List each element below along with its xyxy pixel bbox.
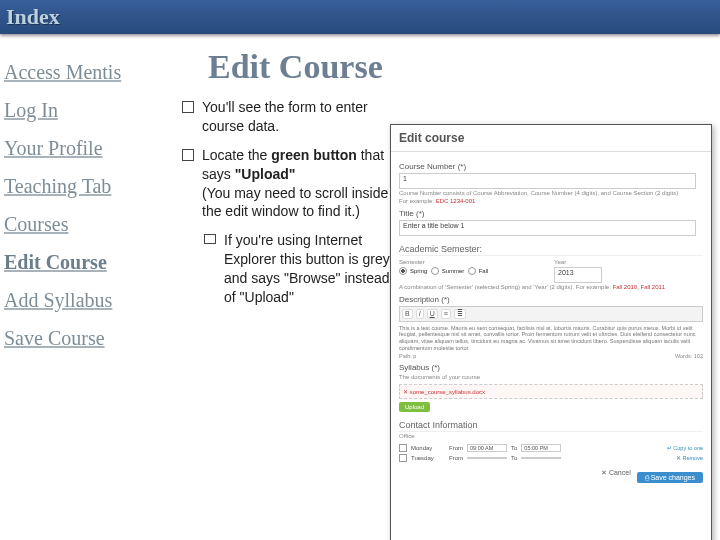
ss-course-number-label: Course Number (*) xyxy=(399,162,703,171)
toolbar-italic-icon[interactable]: I xyxy=(416,309,424,319)
bullet-box-icon xyxy=(204,234,216,244)
save-changes-button[interactable]: ⎙ Save changes xyxy=(637,472,703,483)
ss-year-input[interactable]: 2013 xyxy=(554,267,602,283)
topbar-title: Index xyxy=(6,4,60,30)
ss-title-input[interactable]: Enter a title below 1 xyxy=(399,220,696,236)
radio-icon[interactable] xyxy=(399,267,407,275)
ss-title: Edit course xyxy=(391,125,711,152)
bullet-2: Locate the green button that says "Uploa… xyxy=(182,146,392,222)
bullet-1-text: You'll see the form to enter course data… xyxy=(202,98,392,136)
ss-example-label: For example: xyxy=(399,198,434,204)
ss-course-number-input[interactable]: 1 xyxy=(399,173,696,189)
ss-from-input[interactable] xyxy=(467,457,507,459)
ss-course-number-hint: Course Number consists of Course Abbrevi… xyxy=(399,190,703,197)
ss-day-tuesday: Tuesday xyxy=(411,455,445,461)
toolbar-bold-icon[interactable]: B xyxy=(402,309,413,319)
nav-save-course[interactable]: Save Course xyxy=(4,326,174,350)
ss-editor-toolbar[interactable]: B I U ≡ ≣ xyxy=(399,306,703,322)
form-screenshot: Edit course Course Number (*) 1 Course N… xyxy=(390,124,712,540)
ss-semester-heading: Academic Semester: xyxy=(399,244,703,256)
toolbar-underline-icon[interactable]: U xyxy=(427,309,438,319)
ss-combo-hint: A combination of 'Semester' (selected:Sp… xyxy=(399,284,703,291)
ss-to-input[interactable]: 05:00 PM xyxy=(521,444,561,452)
ss-from-label: From xyxy=(449,455,463,461)
radio-icon[interactable] xyxy=(468,267,476,275)
nav-your-profile[interactable]: Your Profile xyxy=(4,136,174,160)
nav-edit-course[interactable]: Edit Course xyxy=(4,250,174,274)
ss-day-monday: Monday xyxy=(411,445,445,451)
ss-semester-options: Spring Summer Fall xyxy=(399,267,548,275)
ss-course-example: For example: EDC 1234-001 xyxy=(399,198,703,205)
ss-upload-area: ✕ some_course_syllabus.docx xyxy=(399,384,703,399)
nav-log-in[interactable]: Log In xyxy=(4,98,174,122)
page-title: Edit Course xyxy=(208,48,716,86)
ss-syllabus-hint: The documents of your course xyxy=(399,374,703,381)
ss-to-label: To xyxy=(511,445,517,451)
copy-link[interactable]: ↵ Copy to one xyxy=(667,445,703,451)
cancel-button[interactable]: ✕ Cancel xyxy=(601,469,631,476)
ss-words: Words: 102 xyxy=(675,353,703,359)
topbar: Index xyxy=(0,0,720,34)
sidebar: Access Mentis Log In Your Profile Teachi… xyxy=(0,34,178,364)
bullet-1: You'll see the form to enter course data… xyxy=(182,98,392,136)
ss-path: Path: p xyxy=(399,353,416,359)
slide: Index Access Mentis Log In Your Profile … xyxy=(0,0,720,540)
ss-combo-hint-text: A combination of 'Semester' (selected:Sp… xyxy=(399,284,611,290)
upload-button[interactable]: Upload xyxy=(399,402,430,412)
ss-combo-example: Fall 2010, Fall 2011 xyxy=(612,284,665,290)
ss-from-input[interactable]: 09:00 AM xyxy=(467,444,507,452)
body: Access Mentis Log In Your Profile Teachi… xyxy=(0,34,720,364)
ss-to-label: To xyxy=(511,455,517,461)
ss-title-label: Title (*) xyxy=(399,209,703,218)
ss-days: Monday From 09:00 AM To 05:00 PM ↵ Copy … xyxy=(399,444,703,462)
ss-sem-summer[interactable]: Summer xyxy=(442,267,465,273)
bullet-box-icon xyxy=(182,149,194,161)
remove-link[interactable]: ✕ Remove xyxy=(676,455,703,461)
bullet-2-text: Locate the green button that says "Uploa… xyxy=(202,146,392,222)
toolbar-list-icon[interactable]: ≡ xyxy=(441,309,451,319)
ss-sem-fall[interactable]: Fall xyxy=(479,267,489,273)
nav-teaching-tab[interactable]: Teaching Tab xyxy=(4,174,174,198)
ss-sem-spring[interactable]: Spring xyxy=(410,267,427,273)
bullet-2-sub-text: If you're using Internet Explorer this b… xyxy=(224,231,392,307)
radio-icon[interactable] xyxy=(431,267,439,275)
main-area: Edit Course You'll see the form to enter… xyxy=(178,34,720,364)
ss-year-label: Year xyxy=(554,259,703,266)
ss-day-row: Monday From 09:00 AM To 05:00 PM ↵ Copy … xyxy=(399,444,703,452)
checkbox-icon[interactable] xyxy=(399,444,407,452)
bullet-2-sub: If you're using Internet Explorer this b… xyxy=(204,231,392,307)
checkbox-icon[interactable] xyxy=(399,454,407,462)
ss-footer-buttons: ⎙ Save changes ✕ Cancel xyxy=(399,468,703,477)
ss-syllabus-label: Syllabus (*) xyxy=(399,363,703,372)
ss-desc-label: Description (*) xyxy=(399,295,703,304)
nav-courses[interactable]: Courses xyxy=(4,212,174,236)
ss-desc-text[interactable]: This is a test course. Mauris eu sem con… xyxy=(399,325,703,351)
bullet-box-icon xyxy=(182,101,194,113)
ss-day-row: Tuesday From To ✕ Remove xyxy=(399,454,703,462)
ss-from-label: From xyxy=(449,445,463,451)
ss-office-label: Office xyxy=(399,433,703,440)
nav-access-mentis[interactable]: Access Mentis xyxy=(4,60,174,84)
ss-example-value: EDC 1234-001 xyxy=(436,198,476,204)
ss-to-input[interactable] xyxy=(521,457,561,459)
ss-semester-row: Semester Spring Summer Fall Year 2013 xyxy=(399,258,703,282)
ss-semester-label: Semester xyxy=(399,259,548,266)
nav-add-syllabus[interactable]: Add Syllabus xyxy=(4,288,174,312)
ss-upload-filename: some_course_syllabus.docx xyxy=(410,389,485,395)
toolbar-list-icon[interactable]: ≣ xyxy=(454,309,466,319)
ss-body: Course Number (*) 1 Course Number consis… xyxy=(391,152,711,483)
bullet-list: You'll see the form to enter course data… xyxy=(182,98,392,307)
ss-contact-heading: Contact Information xyxy=(399,420,703,432)
ss-editor-footer: Path: p Words: 102 xyxy=(399,353,703,359)
